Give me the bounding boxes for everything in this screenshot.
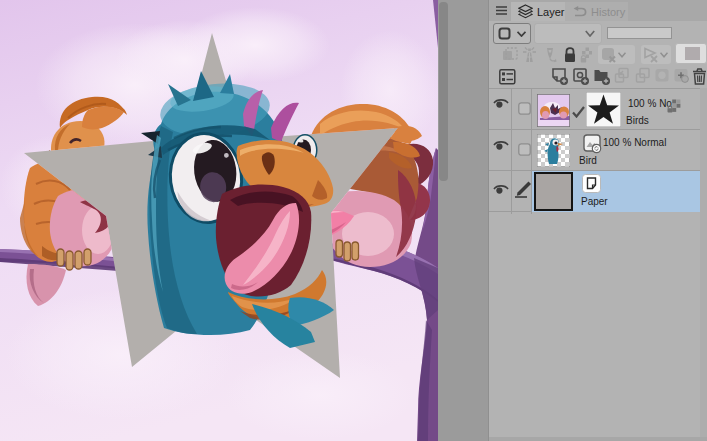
visibility-cell[interactable] [489, 130, 511, 171]
select-cell[interactable] [512, 89, 532, 130]
ruler-range-combo[interactable] [641, 45, 671, 64]
enable-mask-icon [601, 47, 618, 63]
history-icon [572, 6, 587, 18]
eye-icon [493, 184, 509, 195]
mask-enabled-check-icon[interactable] [572, 106, 585, 118]
enable-mask-combo[interactable] [598, 45, 635, 64]
eye-icon [493, 140, 509, 151]
reference-layer-icon[interactable] [523, 48, 536, 63]
select-cell[interactable] [512, 130, 532, 171]
layer-thumbnail-bird [537, 134, 570, 167]
visibility-cell[interactable] [489, 89, 511, 130]
eye-icon [493, 98, 509, 109]
tab-layer-label: Layer [537, 6, 565, 18]
visibility-cell[interactable] [489, 171, 511, 212]
layer-color-button[interactable] [675, 43, 707, 64]
layer-blend-opacity: 100 % Normal [603, 137, 666, 148]
layer-row-paper[interactable]: Paper [489, 171, 707, 212]
layer-name: Bird [579, 155, 597, 166]
column-separator [511, 89, 512, 214]
layer-panel: Layer History [488, 0, 707, 441]
canvas-vertical-scrollbar[interactable] [439, 2, 448, 181]
lock-transparent-pixels-badge [667, 99, 681, 113]
chevron-down-icon [517, 31, 526, 37]
layer-name: Paper [581, 196, 608, 207]
lock-row-left-icons [502, 47, 592, 63]
layer-ops-icons [551, 67, 698, 87]
chevron-down-icon [618, 52, 626, 58]
artwork [0, 0, 438, 441]
create-layer-mask-icon[interactable] [656, 69, 669, 82]
layer-filter-icon[interactable] [499, 69, 516, 85]
panel-scrollbar-track[interactable] [700, 88, 707, 441]
apply-mask-icon[interactable] [675, 69, 689, 82]
layer-color-icon [685, 47, 700, 60]
panel-bottom-edge [489, 437, 707, 441]
chevron-down-icon [585, 30, 595, 37]
layer-row-content: 100 % Normal Bird [532, 130, 700, 171]
layers-icon [518, 4, 533, 19]
column-separator [531, 89, 532, 214]
checkbox-icon [518, 102, 531, 115]
new-layer-settings-icon[interactable] [574, 69, 589, 85]
layer-name: Birds [626, 115, 649, 126]
palette-tab-strip: Layer History [489, 0, 707, 21]
ruler-range-icon [643, 47, 660, 63]
hamburger-icon[interactable] [496, 6, 507, 15]
rounded-square-icon [498, 27, 511, 40]
application-window: Layer History [0, 0, 707, 441]
layer-blend-opacity: 100 % Normal [628, 98, 672, 109]
blend-mode-combo[interactable] [534, 23, 602, 44]
image-material-layer-icon [583, 134, 602, 154]
new-raster-layer-icon[interactable] [553, 69, 568, 85]
chevron-down-icon [660, 52, 668, 58]
draft-layer-icon[interactable] [547, 48, 557, 62]
layer-row-content: Paper [532, 171, 700, 212]
layer-thumbnail-paper [534, 172, 573, 211]
tab-layer[interactable]: Layer [511, 2, 565, 21]
delete-layer-icon[interactable] [692, 68, 707, 85]
layer-row-birds[interactable]: 100 % Normal Birds [489, 89, 707, 130]
opacity-slider[interactable] [607, 27, 672, 39]
pencil-icon [514, 180, 532, 198]
palette-color-combo[interactable] [493, 23, 531, 44]
tab-history-label: History [591, 6, 625, 18]
transfer-to-lower-icon[interactable] [616, 69, 629, 83]
checkbox-icon [518, 143, 531, 156]
lock-layer-icon[interactable] [565, 48, 575, 62]
mask-thumbnail-star[interactable] [586, 92, 621, 127]
merge-to-lower-icon[interactable] [637, 69, 650, 83]
editing-cell[interactable] [512, 171, 532, 212]
new-folder-icon[interactable] [595, 70, 611, 85]
canvas-viewport[interactable] [0, 0, 438, 441]
clip-to-layer-below-icon[interactable] [503, 48, 517, 60]
tab-history[interactable]: History [565, 2, 628, 21]
layer-thumbnail-birds [537, 94, 570, 127]
layer-list: 100 % Normal Birds [489, 88, 707, 212]
paper-layer-icon [582, 174, 601, 193]
layer-row-bird[interactable]: 100 % Normal Bird [489, 130, 707, 171]
lock-transparent-pixels-icon[interactable] [581, 48, 592, 63]
layer-row-content: 100 % Normal Birds [532, 89, 700, 130]
